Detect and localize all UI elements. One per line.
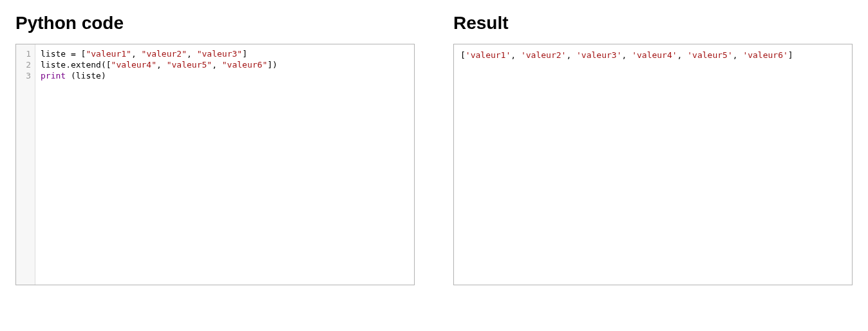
code-panel-title: Python code <box>15 13 415 33</box>
line-number: 3 <box>23 70 31 81</box>
result-output: ['valeur1', 'valeur2', 'valeur3', 'valeu… <box>453 44 853 285</box>
code-panel: Python code 123 liste = ["valeur1", "val… <box>15 13 415 285</box>
line-number-gutter: 123 <box>16 44 35 285</box>
line-number: 2 <box>23 59 31 70</box>
result-panel: Result ['valeur1', 'valeur2', 'valeur3',… <box>453 13 853 285</box>
code-line[interactable]: liste.extend(["valeur4", "valeur5", "val… <box>41 59 409 70</box>
code-area[interactable]: liste = ["valeur1", "valeur2", "valeur3"… <box>35 44 414 285</box>
code-line[interactable]: print (liste) <box>41 70 409 81</box>
code-editor[interactable]: 123 liste = ["valeur1", "valeur2", "vale… <box>15 44 415 285</box>
code-line[interactable]: liste = ["valeur1", "valeur2", "valeur3"… <box>41 48 409 59</box>
line-number: 1 <box>23 48 31 59</box>
result-panel-title: Result <box>453 13 853 33</box>
